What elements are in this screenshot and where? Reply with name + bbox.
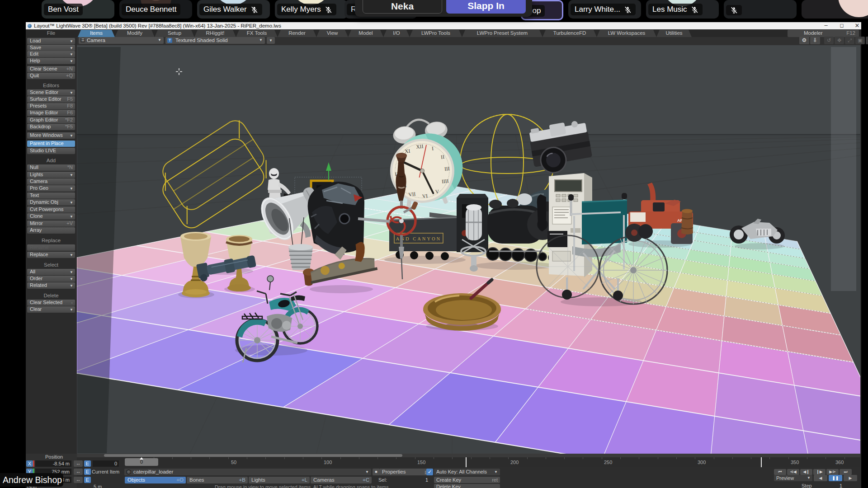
- svg-text:XII: XII: [416, 143, 424, 150]
- svg-text:IIII: IIII: [441, 178, 449, 184]
- svg-text:III: III: [444, 166, 450, 172]
- svg-text:VII: VII: [408, 191, 416, 197]
- svg-text:XI: XI: [405, 148, 410, 154]
- svg-text:II: II: [441, 154, 445, 160]
- svg-text:VI: VI: [422, 193, 428, 199]
